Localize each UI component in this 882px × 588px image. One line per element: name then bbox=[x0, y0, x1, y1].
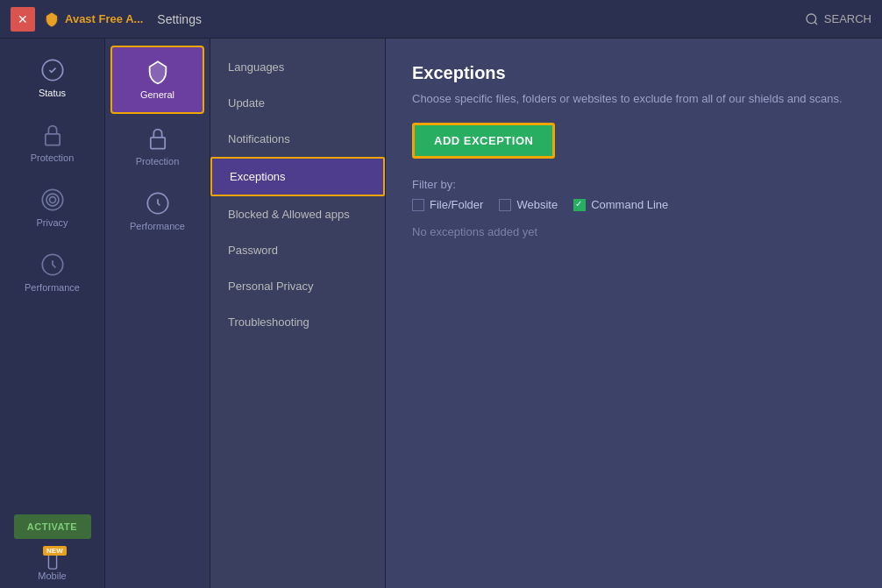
protection-lock-icon bbox=[146, 126, 170, 151]
category-panel: General Protection Performance bbox=[105, 39, 210, 588]
file-folder-checkbox[interactable] bbox=[412, 199, 424, 211]
menu-item-update[interactable]: Update bbox=[210, 85, 385, 121]
add-exception-button[interactable]: ADD EXCEPTION bbox=[412, 123, 555, 159]
status-icon bbox=[40, 58, 65, 82]
sidebar-item-performance[interactable]: Performance bbox=[0, 240, 104, 305]
sidebar-item-mobile[interactable]: NEW Mobile bbox=[31, 544, 73, 588]
main-container: Status Protection Privacy Performance AC… bbox=[0, 39, 882, 588]
svg-point-5 bbox=[49, 197, 55, 203]
filter-website[interactable]: Website bbox=[499, 198, 558, 211]
menu-panel: Languages Update Notifications Exception… bbox=[210, 39, 386, 588]
sidebar-item-protection[interactable]: Protection bbox=[0, 110, 104, 175]
no-exceptions-text: No exceptions added yet bbox=[412, 225, 856, 238]
cat-item-general[interactable]: General bbox=[110, 46, 204, 114]
sidebar-item-status[interactable]: Status bbox=[0, 46, 104, 110]
close-button[interactable]: ✕ bbox=[11, 7, 35, 32]
general-icon bbox=[146, 60, 170, 84]
filter-options: File/Folder Website Command Line bbox=[412, 198, 856, 211]
content-area: Exceptions Choose specific files, folder… bbox=[386, 39, 882, 588]
title-bar: ✕ Avast Free A... Settings SEARCH bbox=[0, 0, 882, 39]
command-line-checkbox[interactable] bbox=[573, 199, 586, 211]
performance-cat-icon bbox=[146, 191, 170, 216]
search-area[interactable]: SEARCH bbox=[805, 12, 871, 26]
svg-rect-9 bbox=[150, 138, 164, 149]
search-icon bbox=[805, 12, 819, 26]
new-badge: NEW bbox=[43, 546, 67, 556]
filter-file-folder[interactable]: File/Folder bbox=[412, 198, 483, 211]
protection-icon bbox=[40, 123, 65, 147]
sidebar: Status Protection Privacy Performance AC… bbox=[0, 39, 105, 588]
svg-point-1 bbox=[807, 14, 816, 24]
app-logo: Avast Free A... bbox=[44, 11, 143, 27]
menu-item-blocked-allowed[interactable]: Blocked & Allowed apps bbox=[210, 196, 385, 232]
filter-label: Filter by: bbox=[412, 178, 856, 191]
menu-item-exceptions[interactable]: Exceptions bbox=[210, 157, 385, 196]
sidebar-item-privacy[interactable]: Privacy bbox=[0, 175, 104, 240]
filter-command-line[interactable]: Command Line bbox=[573, 198, 668, 211]
activate-button[interactable]: ACTIVATE bbox=[14, 514, 91, 539]
menu-item-password[interactable]: Password bbox=[210, 232, 385, 268]
menu-item-notifications[interactable]: Notifications bbox=[210, 121, 385, 157]
page-title: Exceptions bbox=[412, 63, 856, 83]
privacy-icon bbox=[40, 188, 65, 212]
svg-rect-4 bbox=[45, 134, 59, 145]
page-subtitle: Choose specific files, folders or websit… bbox=[412, 92, 856, 105]
performance-icon bbox=[40, 252, 65, 277]
svg-line-2 bbox=[814, 22, 817, 25]
menu-item-troubleshooting[interactable]: Troubleshooting bbox=[210, 304, 385, 340]
menu-item-languages[interactable]: Languages bbox=[210, 49, 385, 85]
cat-item-protection[interactable]: Protection bbox=[105, 114, 210, 179]
menu-item-personal-privacy[interactable]: Personal Privacy bbox=[210, 268, 385, 304]
website-checkbox[interactable] bbox=[499, 199, 511, 211]
cat-item-performance[interactable]: Performance bbox=[105, 179, 210, 244]
filter-section: Filter by: File/Folder Website Command L… bbox=[412, 178, 856, 211]
settings-title: Settings bbox=[157, 12, 202, 26]
